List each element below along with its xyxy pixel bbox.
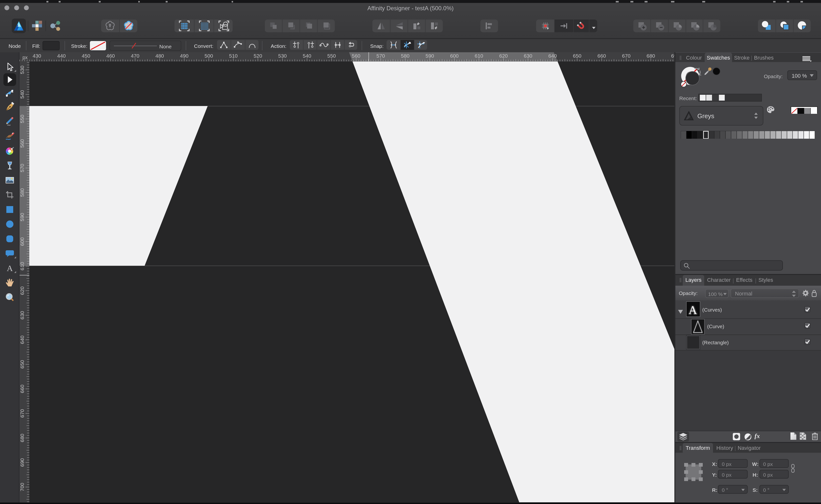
svg-text:480: 480 (155, 53, 164, 59)
svg-text:620: 620 (499, 53, 508, 59)
svg-text:660: 660 (20, 384, 25, 393)
svg-text:610: 610 (475, 53, 483, 59)
svg-text:450: 450 (82, 53, 90, 59)
svg-text:680: 680 (647, 53, 655, 59)
svg-text:560: 560 (20, 139, 25, 147)
svg-text:650: 650 (573, 53, 581, 59)
svg-text:590: 590 (20, 212, 25, 221)
svg-text:460: 460 (106, 53, 115, 59)
svg-text:440: 440 (57, 53, 66, 59)
svg-text:530: 530 (278, 53, 287, 59)
svg-text:470: 470 (131, 53, 139, 59)
svg-text:530: 530 (20, 65, 25, 74)
svg-text:430: 430 (32, 53, 41, 59)
svg-text:520: 520 (254, 53, 262, 59)
svg-text:600: 600 (450, 53, 459, 59)
svg-text:620: 620 (20, 286, 25, 295)
svg-text:630: 630 (524, 53, 532, 59)
svg-text:490: 490 (180, 53, 188, 59)
svg-text:660: 660 (598, 53, 606, 59)
svg-text:510: 510 (229, 53, 237, 59)
svg-text:550: 550 (327, 53, 336, 59)
svg-text:670: 670 (20, 409, 25, 417)
svg-text:630: 630 (20, 311, 25, 319)
svg-text:px: px (22, 55, 28, 60)
svg-text:540: 540 (303, 53, 311, 59)
svg-text:570: 570 (20, 163, 25, 172)
svg-text:640: 640 (548, 53, 557, 59)
svg-text:570: 570 (376, 53, 385, 59)
svg-text:610: 610 (20, 262, 25, 270)
svg-text:690: 690 (671, 53, 674, 59)
svg-text:600: 600 (20, 237, 25, 246)
svg-text:540: 540 (20, 90, 25, 98)
svg-text:640: 640 (20, 335, 25, 344)
svg-text:580: 580 (401, 53, 409, 59)
svg-text:650: 650 (20, 360, 25, 368)
svg-text:670: 670 (622, 53, 630, 59)
svg-text:580: 580 (20, 188, 25, 197)
svg-text:690: 690 (20, 458, 25, 466)
svg-text:700: 700 (20, 483, 25, 491)
svg-text:550: 550 (20, 114, 25, 123)
svg-text:680: 680 (20, 433, 25, 442)
svg-text:500: 500 (204, 53, 213, 59)
svg-text:560: 560 (352, 53, 360, 59)
svg-text:A: A (7, 264, 13, 273)
svg-text:590: 590 (426, 53, 434, 59)
